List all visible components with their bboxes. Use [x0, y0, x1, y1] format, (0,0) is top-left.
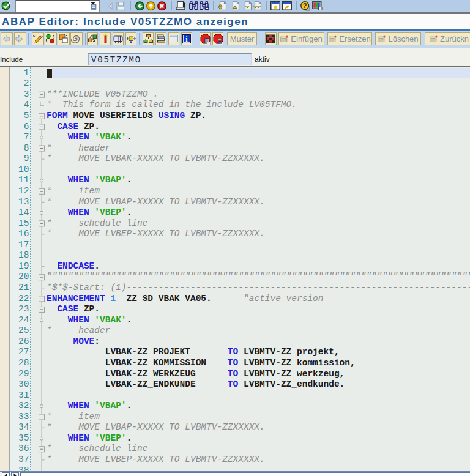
svg-text:?: ? — [303, 2, 307, 9]
